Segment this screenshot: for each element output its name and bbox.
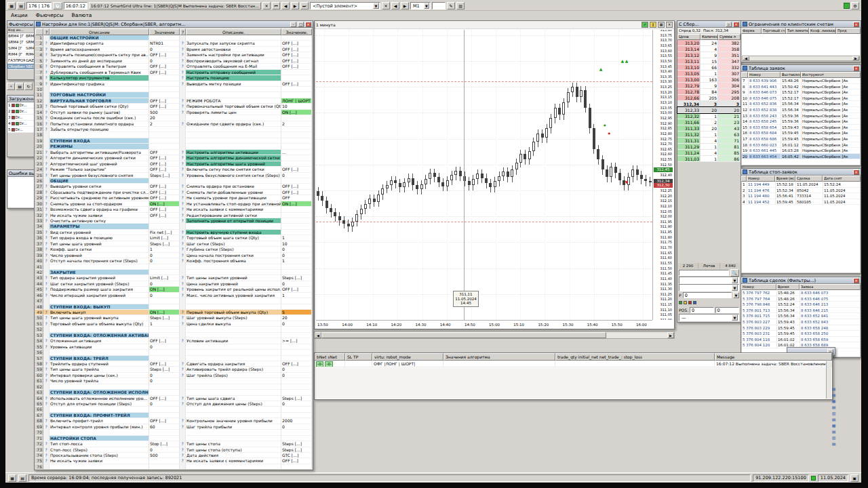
- help-icon[interactable]: ?: [43, 230, 50, 235]
- help-icon[interactable]: ?: [43, 361, 50, 367]
- help-icon[interactable]: ?: [43, 115, 50, 121]
- settings-row[interactable]: 73?Стоп-лосс (Steps)0?Тип цены стопа (от…: [35, 447, 312, 453]
- settings-row[interactable]: 56: [35, 350, 312, 355]
- instrument-row[interactable]: СбербанкSBER: [7, 64, 35, 70]
- settings-value-cell[interactable]: 500: [149, 110, 180, 115]
- help-icon[interactable]: ?: [43, 41, 50, 46]
- help-icon[interactable]: ?: [43, 58, 50, 64]
- chart-close-icon[interactable]: ✕: [666, 22, 673, 28]
- log-column-header[interactable]: virtu: robot_mode: [372, 353, 443, 361]
- settings-row[interactable]: 35?Вид сетки уровнейFix net [...]?Настро…: [35, 230, 312, 235]
- help-icon[interactable]: ?: [180, 424, 186, 430]
- settings-value-cell[interactable]: 5: [281, 310, 312, 315]
- settings-row[interactable]: 31?Возможность сдвига ордера на графикеO…: [35, 207, 312, 212]
- clear-element-button[interactable]: ✕: [382, 2, 390, 9]
- settings-row[interactable]: 63СТУПЕНИ ВХОДА: ОТЛОЖЕННОЕ ИСПОЛН...: [35, 390, 312, 395]
- settings-row[interactable]: 32?Не искать чужие заявкиOFF [...]?Редак…: [35, 213, 312, 218]
- settings-row[interactable]: 5?Заменять из дней до экспирации0?Воспро…: [35, 58, 312, 64]
- chart-plot[interactable]: ▲▲▲●●▼311,1111.05.202414:45: [316, 30, 652, 320]
- help-icon[interactable]: ?: [43, 418, 50, 424]
- settings-row[interactable]: 7?Дублировать сообщения в Терминал КвикO…: [35, 70, 312, 75]
- settings-value-cell[interactable]: OFF [...]: [149, 213, 180, 218]
- blue-flag-icon[interactable]: [693, 301, 696, 304]
- settings-value-cell[interactable]: ON [...]: [149, 287, 180, 292]
- help-icon[interactable]: ?: [180, 218, 186, 224]
- help-icon[interactable]: ?: [180, 447, 186, 453]
- settings-row[interactable]: 64?Использовать отложенное исполнение ур…: [35, 396, 312, 401]
- settings-value-cell[interactable]: OFF [...]: [281, 64, 312, 69]
- settings-row[interactable]: 70: [35, 430, 312, 435]
- pencil-icon[interactable]: ✎: [447, 2, 455, 9]
- element-select[interactable]: <Пустой элемент>▼: [310, 2, 380, 9]
- help-icon[interactable]: ?: [180, 315, 186, 321]
- limits-titlebar[interactable]: Ограничения по клиентским счетам✕: [741, 21, 861, 28]
- settings-value-cell[interactable]: 2: [281, 121, 312, 127]
- table-row[interactable]: 211 194 47615:52:348504211.05.2024: [742, 188, 860, 194]
- dom-row[interactable]: 312,332020: [677, 107, 741, 113]
- log-column-header[interactable]: Message: [715, 353, 832, 361]
- help-icon[interactable]: ?: [43, 378, 50, 384]
- tool-icon[interactable]: ▤: [832, 429, 836, 434]
- settings-row[interactable]: 15?Ожидание сигнала после ошибки (сек.)2…: [35, 115, 312, 121]
- table-row[interactable]: 5 376 803 22915:59:458 633 658 248: [742, 325, 860, 331]
- settings-row[interactable]: 20РЕЖИМЫ: [35, 144, 312, 149]
- help-icon[interactable]: ?: [43, 396, 50, 401]
- settings-row[interactable]: 22?Алгоритм динамических уровней сеткиOF…: [35, 155, 312, 161]
- settings-value-cell[interactable]: Steps [...]: [149, 315, 180, 321]
- settings-value-cell[interactable]: 500: [149, 453, 180, 458]
- chart-hscrollbar[interactable]: ◀ ▶: [314, 331, 675, 339]
- settings-value-cell[interactable]: ...: [281, 150, 312, 155]
- help-icon[interactable]: ?: [43, 155, 50, 161]
- settings-value-cell[interactable]: 1: [281, 293, 312, 298]
- settings-value-cell[interactable]: OFF [...]: [149, 70, 180, 75]
- settings-row[interactable]: 51?Торговый объем шага объема выкупа (Qt…: [35, 321, 312, 327]
- settings-row[interactable]: 65?Отступ для открытия позиции (Steps)0?…: [35, 401, 312, 407]
- dom-row[interactable]: 312,66205208: [677, 95, 741, 101]
- ladder-mode-select[interactable]: —▼: [679, 314, 739, 321]
- playback-back-button[interactable]: ◀: [281, 2, 290, 9]
- help-icon[interactable]: ?: [43, 293, 50, 298]
- p-input[interactable]: 0: [683, 292, 732, 298]
- menu-item-Фьючерсы[interactable]: Фьючерсы: [36, 12, 64, 18]
- settings-value-cell[interactable]: Steps [...]: [149, 367, 180, 372]
- column-header[interactable]: Сделка: [795, 176, 823, 182]
- settings-row[interactable]: 45?Поддерживать размер шага закрытияON […: [35, 287, 312, 292]
- settings-row[interactable]: 34ПАРАМЕТРЫ: [35, 224, 312, 229]
- settings-value-cell[interactable]: 0: [281, 253, 312, 258]
- dom-row[interactable]: 312,7884295: [677, 89, 741, 95]
- orders-titlebar[interactable]: Таблица заявок✕: [741, 65, 861, 72]
- settings-value-cell[interactable]: >= [...]: [281, 338, 312, 344]
- tool-icon[interactable]: ▤: [832, 392, 836, 397]
- settings-value-cell[interactable]: ON [...]: [149, 310, 180, 315]
- help-icon[interactable]: ?: [43, 367, 50, 372]
- log-column-header[interactable]: Значения алгоритма: [443, 353, 555, 361]
- table-row[interactable]: 5 376 801 71315:56:348 633 646 215: [742, 308, 860, 314]
- settings-value-cell[interactable]: Steps [...]: [149, 173, 180, 178]
- settings-value-cell[interactable]: 1: [281, 258, 312, 264]
- settings-row[interactable]: 27?Выводить уровни сеткиOFF [...]?Снимат…: [35, 184, 312, 189]
- settings-row[interactable]: 58?Трейлить ордера ступенейOFF [...]?Сдв…: [35, 361, 312, 367]
- help-icon[interactable]: ?: [180, 418, 186, 424]
- settings-column-header[interactable]: Значение: [149, 28, 180, 35]
- dom-row[interactable]: 313,00163306: [677, 77, 741, 83]
- settings-value-cell[interactable]: GTC [...]: [281, 453, 312, 458]
- settings-row[interactable]: 9?Идентификатор графика?Выводить метку п…: [35, 81, 312, 87]
- settings-row[interactable]: 42ЗАКРЫТИЕ: [35, 270, 312, 275]
- help-icon[interactable]: ?: [180, 293, 186, 298]
- column-header[interactable]: Номер: [747, 176, 775, 182]
- help-icon[interactable]: ?: [43, 127, 50, 132]
- settings-value-cell[interactable]: 0: [149, 447, 180, 453]
- instrument-row[interactable]: BRM4 [ГBRM4: [7, 33, 35, 39]
- settings-row[interactable]: 44?Шаг сетки закрытия уровней (Steps)0?Ц…: [35, 281, 312, 287]
- instrument-row[interactable]: RIM4 [ГRIM4: [7, 52, 35, 58]
- settings-value-cell[interactable]: 2000: [281, 418, 312, 424]
- scroll-thumb[interactable]: [321, 332, 606, 338]
- settings-value-cell[interactable]: 0: [149, 253, 180, 258]
- chevron-down-icon[interactable]: ▼: [733, 292, 739, 298]
- settings-value-cell[interactable]: OFF [...]: [149, 361, 180, 367]
- help-icon[interactable]: ?: [43, 75, 50, 81]
- help-icon[interactable]: ?: [180, 441, 186, 447]
- help-icon[interactable]: ?: [180, 150, 186, 155]
- help-icon[interactable]: ?: [43, 401, 50, 407]
- help-icon[interactable]: ?: [43, 47, 50, 52]
